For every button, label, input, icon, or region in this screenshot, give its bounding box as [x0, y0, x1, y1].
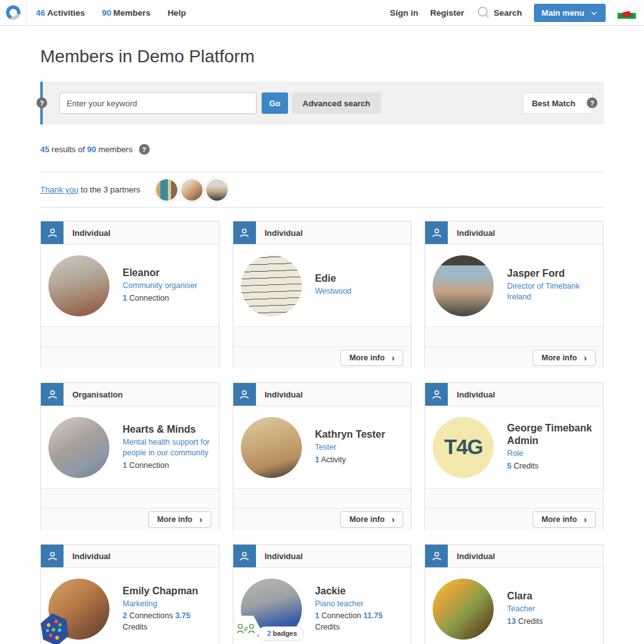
members-grid: Individual Eleanor Community organiser 1… — [40, 221, 604, 644]
chevron-down-icon — [590, 9, 598, 17]
more-info-button[interactable]: More info › — [533, 350, 596, 366]
more-info-button[interactable]: More info › — [340, 350, 403, 366]
member-type-label: Individual — [265, 390, 303, 399]
member-card-body: Jasper Ford Director of Timebank Ireland — [425, 245, 603, 326]
partner-avatar-3[interactable] — [205, 178, 229, 202]
card-actions-row: More info › — [425, 508, 603, 530]
primary-nav: 46Activities 90Members Help — [36, 8, 186, 18]
avatar-text: T4G — [444, 435, 482, 459]
best-match-sort-button[interactable]: Best Match — [523, 92, 592, 114]
member-info: Clara Teacher 13 Credits — [507, 590, 543, 627]
nav-members[interactable]: 90Members — [102, 8, 150, 18]
member-avatar[interactable]: 2 badges — [241, 579, 302, 640]
member-avatar[interactable] — [48, 255, 109, 316]
member-name: Edie — [315, 272, 352, 285]
chevron-right-icon: › — [199, 516, 203, 523]
stat-value: 1 — [123, 294, 127, 303]
welsh-flag-icon[interactable] — [618, 7, 636, 19]
member-role: Role — [507, 448, 596, 459]
member-role: Westwood — [315, 286, 352, 297]
member-avatar[interactable] — [241, 255, 302, 316]
member-type-label: Individual — [72, 228, 111, 238]
stat-label: Connections — [127, 611, 175, 620]
member-info: Kathryn Tester Tester 1 Activity — [315, 428, 386, 465]
register-link[interactable]: Register — [430, 8, 464, 18]
member-avatar[interactable]: T4G — [433, 417, 494, 478]
member-info: Eleanor Community organiser 1 Connection — [123, 267, 197, 304]
advanced-search-button[interactable]: Advanced search — [292, 92, 381, 114]
more-info-button[interactable]: More info › — [340, 511, 403, 528]
badge-count-pill[interactable]: 2 badges — [258, 626, 304, 641]
header-search-button[interactable]: Search — [476, 5, 522, 20]
member-card-header: Individual — [233, 221, 411, 245]
member-info: Emily Chapman Marketing 2 Connections 3.… — [123, 585, 211, 633]
member-stats: 2 Connections 3.75 Credits — [123, 611, 211, 633]
divider — [40, 207, 604, 208]
member-avatar[interactable] — [433, 579, 494, 640]
partners-text: to the 3 partners — [79, 185, 140, 194]
member-stats: 1 Activity — [315, 455, 386, 466]
more-info-label: More info — [541, 515, 577, 524]
platform-logo[interactable] — [0, 0, 26, 25]
main-menu-button[interactable]: Main menu — [534, 4, 606, 22]
card-spacer — [425, 488, 603, 508]
sign-in-link[interactable]: Sign in — [390, 8, 418, 18]
secondary-nav: Sign in Register Search Main menu — [390, 4, 644, 22]
member-type-label: Individual — [457, 228, 495, 238]
member-type-label: Individual — [72, 552, 111, 561]
person-silhouette-icon — [233, 545, 256, 567]
stat-label: Credits — [315, 623, 340, 631]
member-avatar[interactable] — [241, 417, 302, 478]
member-card-header: Individual — [425, 545, 603, 568]
more-info-button[interactable]: More info › — [148, 511, 211, 528]
member-stats: 13 Credits — [507, 616, 543, 628]
member-info: Jasper Ford Director of Timebank Ireland — [507, 267, 596, 304]
keyword-search-input[interactable] — [59, 92, 257, 114]
member-card-body: Kathryn Tester Tester 1 Activity — [233, 406, 411, 488]
member-role: Community organiser — [123, 280, 197, 291]
partner-avatar-1[interactable] — [155, 178, 179, 202]
member-stats: 1 Connection — [123, 460, 211, 472]
card-actions-row: More info › — [425, 347, 603, 369]
member-avatar[interactable] — [48, 579, 109, 640]
member-name: Kathryn Tester — [315, 428, 386, 441]
member-card-body: Hearts & Minds Mental health support for… — [41, 406, 219, 488]
results-help-icon[interactable]: ? — [139, 144, 150, 155]
more-info-button[interactable]: More info › — [533, 511, 596, 528]
members-text: members — [96, 145, 133, 154]
member-avatar[interactable] — [433, 255, 494, 316]
activities-label: Activities — [47, 8, 85, 18]
stat-value: 2 — [123, 611, 127, 620]
person-silhouette-icon — [425, 221, 448, 244]
exchange-hexagon-badge-icon — [231, 616, 261, 643]
more-info-label: More info — [541, 353, 577, 362]
more-info-label: More info — [157, 515, 192, 524]
thank-you-link[interactable]: Thank you — [40, 185, 79, 194]
person-silhouette-icon — [233, 383, 256, 406]
member-stats: 5 Credits — [507, 461, 596, 472]
stat-value: 1 — [123, 461, 127, 470]
activities-count: 46 — [36, 8, 45, 18]
member-avatar[interactable] — [48, 417, 109, 478]
stat-label: Credits — [516, 617, 543, 626]
member-card-header: Individual — [233, 383, 411, 406]
chevron-right-icon: › — [392, 516, 395, 523]
nav-activities[interactable]: 46Activities — [36, 8, 85, 18]
card-actions-row — [41, 347, 219, 369]
sort-help-icon[interactable]: ? — [587, 97, 597, 108]
person-silhouette-icon — [233, 221, 256, 244]
partner-avatar-2[interactable] — [180, 178, 204, 202]
card-actions-row: More info › — [41, 508, 219, 530]
member-card-header: Individual — [233, 545, 411, 568]
search-help-icon[interactable]: ? — [36, 97, 47, 108]
stat-value: 13 — [507, 617, 516, 626]
member-card: Individual Eleanor Community organiser 1… — [40, 221, 219, 369]
member-card: Individual Edie Westwood More info › — [233, 221, 412, 369]
member-card-header: Organisation — [41, 383, 219, 406]
nav-help[interactable]: Help — [167, 8, 186, 18]
stat-label: Activity — [319, 455, 346, 464]
person-silhouette-icon — [425, 545, 448, 567]
go-button[interactable]: Go — [262, 92, 288, 114]
card-spacer — [41, 326, 219, 347]
more-info-label: More info — [349, 353, 384, 362]
